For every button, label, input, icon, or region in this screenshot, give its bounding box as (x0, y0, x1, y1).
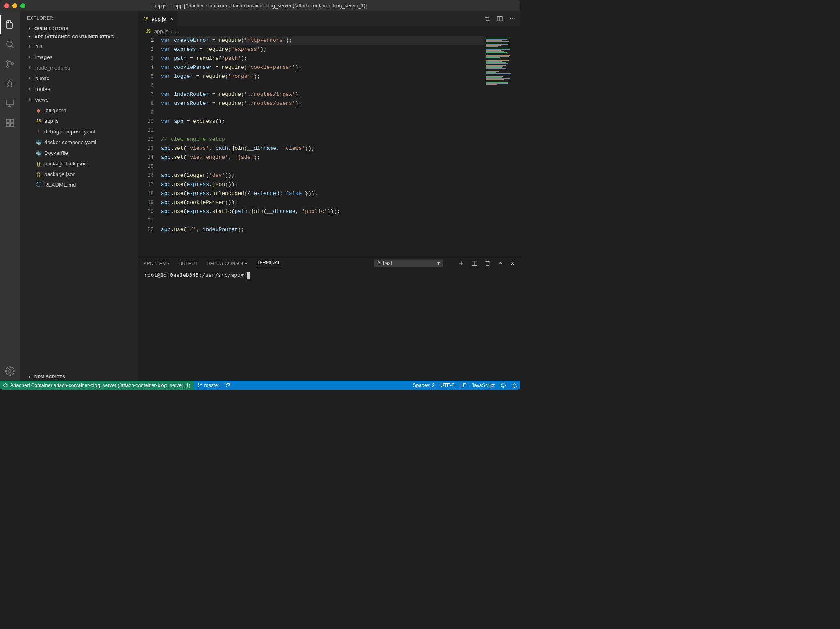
folder-item[interactable]: bin (20, 41, 138, 52)
split-terminal-icon[interactable] (471, 260, 478, 267)
git-branch-icon (197, 382, 202, 388)
activity-explorer[interactable] (0, 15, 20, 34)
folder-item[interactable]: views (20, 94, 138, 105)
status-bar: Attached Container attach-container-blog… (0, 381, 520, 390)
docker-compose-icon: 🐳 (35, 139, 42, 145)
panel-tab-problems[interactable]: PROBLEMS (143, 261, 170, 266)
status-eol[interactable]: LF (457, 381, 469, 390)
file-tree: binimagesnode_modulespublicroutesviews◆.… (20, 41, 138, 373)
yaml-file-icon: ! (35, 129, 42, 135)
chevron-right-icon (27, 97, 33, 102)
file-item[interactable]: 🐳Dockerfile (20, 147, 138, 158)
sidebar-title: EXPLORER (20, 11, 138, 25)
chevron-down-icon (27, 34, 33, 39)
folder-name: routes (35, 86, 50, 92)
chevron-up-icon[interactable] (497, 260, 503, 266)
folder-name: views (35, 97, 49, 103)
section-label: APP [ATTACHED CONTAINER ATTAC... (34, 34, 118, 39)
folder-item[interactable]: node_modules (20, 62, 138, 73)
panel-tab-debug-console[interactable]: DEBUG CONSOLE (207, 261, 248, 266)
file-item[interactable]: !debug-compose.yaml (20, 126, 138, 137)
editor-tabs: JS app.js × (138, 11, 520, 26)
status-notifications[interactable] (509, 381, 520, 390)
terminal-body[interactable]: root@8df0ae1eb345:/usr/src/app# (138, 270, 520, 381)
activity-debug[interactable] (0, 74, 20, 93)
file-item[interactable]: {}package.json (20, 169, 138, 179)
code-editor[interactable]: 12345678910111213141516171819202122 var … (138, 36, 520, 256)
js-file-icon: JS (145, 29, 152, 34)
chevron-right-icon (27, 65, 33, 70)
minimap[interactable] (484, 36, 520, 85)
file-item[interactable]: ◆.gitignore (20, 105, 138, 115)
minimize-window-button[interactable] (12, 3, 17, 8)
terminal-prompt: root@8df0ae1eb345:/usr/src/app# (144, 272, 247, 278)
file-item[interactable]: JSapp.js (20, 115, 138, 126)
section-project[interactable]: APP [ATTACHED CONTAINER ATTAC... (20, 33, 138, 41)
status-branch[interactable]: master (194, 381, 222, 390)
svg-point-0 (7, 41, 12, 47)
svg-point-21 (501, 383, 506, 388)
file-item[interactable]: 🐳docker-compose.yaml (20, 137, 138, 147)
svg-point-1 (7, 61, 8, 62)
folder-item[interactable]: routes (20, 84, 138, 94)
activity-source-control[interactable] (0, 54, 20, 74)
activity-extensions[interactable] (0, 113, 20, 133)
more-actions-icon[interactable] (509, 16, 515, 22)
activity-remote-explorer[interactable] (0, 93, 20, 113)
section-open-editors[interactable]: OPEN EDITORS (20, 25, 138, 33)
status-sync[interactable] (222, 381, 234, 390)
status-spaces[interactable]: Spaces: 2 (410, 381, 438, 390)
titlebar: app.js — app [Attached Container attach-… (0, 0, 520, 11)
section-npm-scripts[interactable]: NPM SCRIPTS (20, 373, 138, 381)
chevron-right-icon (27, 44, 33, 49)
smiley-icon (500, 382, 506, 388)
bell-icon (512, 382, 518, 388)
tab-label: app.js (152, 16, 166, 22)
folder-item[interactable]: images (20, 52, 138, 62)
status-language[interactable]: JavaScript (469, 381, 497, 390)
file-item[interactable]: {}package-lock.json (20, 158, 138, 169)
panel-tab-terminal[interactable]: TERMINAL (257, 260, 280, 267)
chevron-right-icon (27, 86, 33, 91)
info-file-icon: ⓘ (35, 181, 42, 188)
svg-point-14 (510, 18, 511, 19)
split-editor-icon[interactable] (497, 16, 503, 22)
svg-rect-8 (10, 123, 14, 127)
file-item[interactable]: ⓘREADME.md (20, 179, 138, 190)
code-content[interactable]: var createError = require('http-errors')… (161, 36, 520, 256)
folder-name: public (35, 75, 49, 81)
folder-item[interactable]: public (20, 73, 138, 84)
folder-name: bin (35, 43, 42, 50)
terminal-select[interactable]: 2: bash ▾ (374, 259, 443, 267)
svg-rect-9 (10, 119, 14, 122)
docker-file-icon: 🐳 (35, 150, 42, 156)
close-panel-icon[interactable] (510, 260, 515, 266)
breadcrumb-file: app.js (154, 28, 168, 34)
maximize-window-button[interactable] (20, 3, 25, 8)
trash-icon[interactable] (484, 260, 491, 267)
file-name: README.md (44, 182, 76, 188)
status-encoding[interactable]: UTF-8 (438, 381, 457, 390)
folder-name: images (35, 54, 52, 60)
svg-point-12 (489, 20, 490, 21)
panel-tab-output[interactable]: OUTPUT (179, 261, 198, 266)
status-feedback[interactable] (497, 381, 509, 390)
svg-rect-5 (6, 100, 14, 105)
new-terminal-icon[interactable] (458, 260, 465, 267)
activity-settings[interactable] (0, 361, 20, 381)
json-file-icon: {} (35, 161, 42, 167)
status-remote[interactable]: Attached Container attach-container-blog… (0, 381, 194, 390)
close-tab-icon[interactable]: × (170, 16, 173, 22)
file-name: docker-compose.yaml (44, 139, 96, 145)
tab-app-js[interactable]: JS app.js × (138, 11, 178, 26)
breadcrumb-more: ... (175, 28, 179, 34)
compare-changes-icon[interactable] (484, 16, 491, 22)
svg-point-4 (8, 82, 12, 86)
svg-point-19 (198, 386, 198, 387)
chevron-right-icon: › (171, 28, 173, 34)
activity-search[interactable] (0, 34, 20, 54)
close-window-button[interactable] (4, 3, 9, 8)
breadcrumb[interactable]: JS app.js › ... (138, 26, 520, 36)
file-name: package-lock.json (44, 161, 87, 167)
activity-bar (0, 11, 20, 381)
